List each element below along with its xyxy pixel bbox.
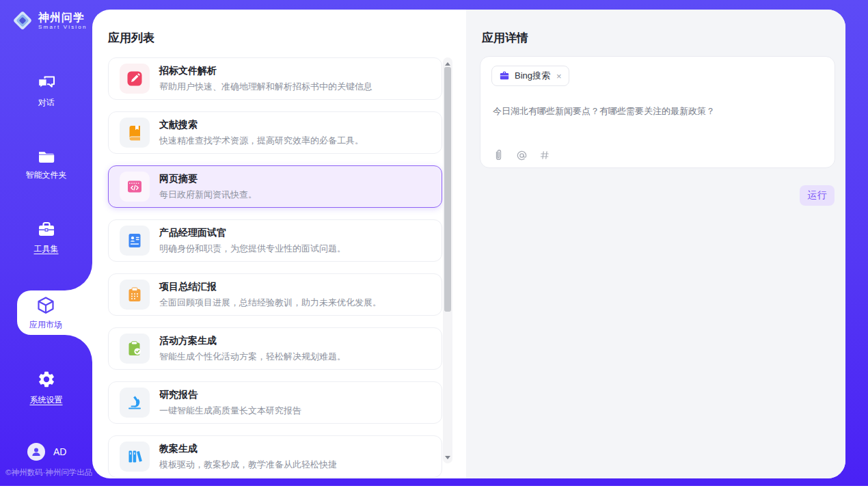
app-card-name: 网页摘要 [159,173,257,185]
paperclip-icon[interactable] [493,148,504,162]
sidebar-item-app-market[interactable]: 应用市场 [17,263,92,362]
sidebar-item-label: 智能文件夹 [26,170,67,181]
clipboard-check-icon [120,334,150,364]
app-card-name: 研究报告 [159,389,301,401]
logo-diamond-icon [12,10,33,31]
run-button[interactable]: 运行 [800,185,835,206]
brand-name: 神州问学 [38,11,87,24]
app-card-name: 教案生成 [159,443,337,455]
app-list-title: 应用列表 [108,30,154,46]
query-input[interactable]: Bing搜索 × 今日湖北有哪些新闻要点？有哪些需要关注的最新政策？ [480,56,835,168]
sidebar-item-chat[interactable]: 对话 [0,75,92,109]
chip-close-icon[interactable]: × [556,71,562,81]
app-card-description: 智能生成个性化活动方案，轻松解决规划难题。 [159,351,346,363]
briefcase-icon [499,70,510,81]
avatar [27,443,45,461]
sidebar-item-label: 系统设置 [30,394,63,406]
query-text[interactable]: 今日湖北有哪些新闻要点？有哪些需要关注的最新政策？ [493,105,822,118]
sidebar-item-toolset[interactable]: 工具集 [0,221,92,255]
app-card[interactable]: 活动方案生成智能生成个性化活动方案，轻松解决规划难题。 [108,327,442,370]
copyright-text: ©神州数码·神州问学出品 [5,467,92,478]
sidebar-item-label: 对话 [38,97,55,109]
app-card[interactable]: 项目总结汇报全面回顾项目进展，总结经验教训，助力未来优化发展。 [108,273,442,316]
sidebar-item-label: 工具集 [34,243,59,255]
cube-icon [36,295,56,316]
app-card[interactable]: 研究报告一键智能生成高质量长文本研究报告 [108,381,442,424]
sidebar-item-smart-folder[interactable]: 智能文件夹 [0,149,92,181]
main-panel: 应用列表 招标文件解析帮助用户快速、准确地理解和解析招标书中的关键信息文献搜索快… [92,10,845,478]
tool-chip-label: Bing搜索 [515,70,550,82]
app-card-description: 一键智能生成高质量长文本研究报告 [159,405,301,417]
hash-icon[interactable] [539,150,550,161]
microscope-icon [120,388,150,418]
app-card-name: 项目总结汇报 [159,281,381,293]
scrollbar-down-button[interactable] [443,452,452,462]
book-icon [120,118,150,148]
app-card-name: 招标文件解析 [159,65,372,77]
app-detail-title: 应用详情 [482,30,528,46]
brand-subtitle: Smart Vision [38,24,87,30]
sidebar-item-settings[interactable]: 系统设置 [0,370,92,406]
browser-code-icon [120,172,150,202]
toolbox-icon [38,221,55,238]
app-card[interactable]: 招标文件解析帮助用户快速、准确地理解和解析招标书中的关键信息 [108,57,442,100]
folder-icon [38,149,55,164]
app-card-description: 模板驱动，教案秒成，教学准备从此轻松快捷 [159,459,337,471]
app-list-scrollbar[interactable] [443,57,452,463]
brand-logo: 神州问学 Smart Vision [12,10,87,31]
composer-icons [493,148,550,162]
app-card-description: 帮助用户快速、准确地理解和解析招标书中的关键信息 [159,81,372,93]
scroll-up-icon [445,62,450,66]
at-icon[interactable] [516,150,528,161]
app-card-description: 快速精准查找学术资源，提高研究效率的必备工具。 [159,135,364,147]
clipboard-icon [120,280,150,310]
document-edit-icon [120,64,150,94]
tool-chip-bing-search[interactable]: Bing搜索 × [491,66,569,86]
user-account[interactable]: AD [27,443,66,461]
resume-icon [120,226,150,256]
scroll-down-icon [445,456,450,459]
app-card-description: 明确身份和职责，为您提供专业性的面试问题。 [159,243,346,255]
app-card[interactable]: 产品经理面试官明确身份和职责，为您提供专业性的面试问题。 [108,219,442,262]
app-card-description: 全面回顾项目进展，总结经验教训，助力未来优化发展。 [159,297,381,309]
scrollbar-thumb[interactable] [444,67,451,312]
app-card-name: 产品经理面试官 [159,227,346,239]
gear-icon [37,370,56,389]
user-label: AD [53,446,66,457]
chat-icon [37,75,56,92]
app-card[interactable]: 教案生成模板驱动，教案秒成，教学准备从此轻松快捷 [108,435,442,478]
app-card-list: 招标文件解析帮助用户快速、准确地理解和解析招标书中的关键信息文献搜索快速精准查找… [108,57,442,478]
app-card-name: 文献搜索 [159,119,364,131]
app-card-description: 每日政府新闻资讯快查。 [159,189,257,201]
app-card[interactable]: 网页摘要每日政府新闻资讯快查。 [108,165,442,208]
books-icon [120,442,150,472]
app-card[interactable]: 文献搜索快速精准查找学术资源，提高研究效率的必备工具。 [108,111,442,154]
sidebar: 神州问学 Smart Vision 对话智能文件夹工具集应用市场系统设置 AD … [0,0,92,486]
user-icon [30,446,42,458]
sidebar-item-label: 应用市场 [29,319,62,331]
app-detail-panel: 应用详情 Bing搜索 × 今日湖北有哪些新闻要点？有哪些需要关注的最新政策？ … [466,10,845,478]
app-card-name: 活动方案生成 [159,335,346,347]
